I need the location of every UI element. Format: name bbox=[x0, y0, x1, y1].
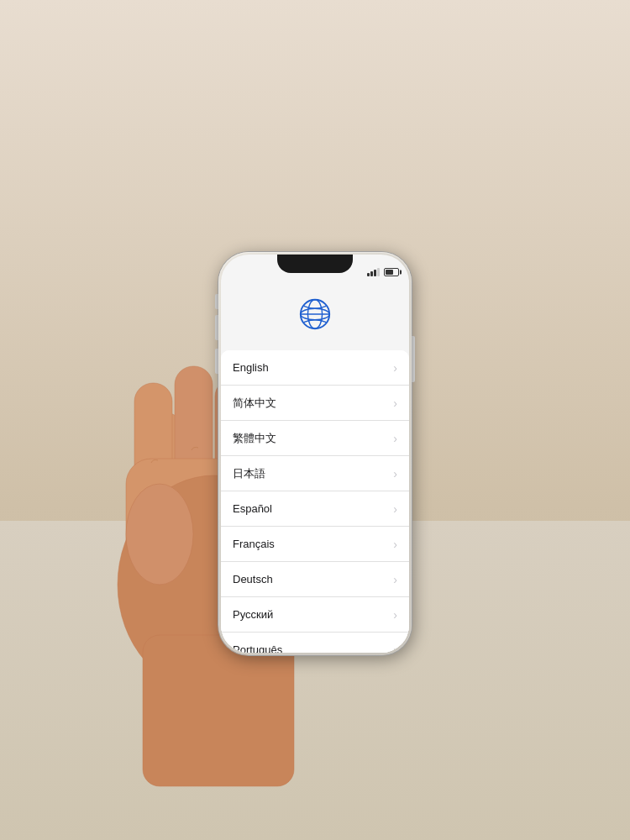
globe-icon-container bbox=[297, 297, 333, 335]
chevron-icon-japanese: › bbox=[393, 467, 397, 480]
chevron-icon-english: › bbox=[393, 361, 397, 375]
language-name-french: Français bbox=[233, 538, 275, 550]
phone-screen: English›简体中文›繁體中文›日本語›Español›Français›D… bbox=[221, 255, 409, 653]
language-name-spanish: Español bbox=[233, 502, 272, 515]
chevron-icon-simplified-chinese: › bbox=[393, 396, 397, 410]
language-name-russian: Русский bbox=[233, 608, 273, 621]
status-icons bbox=[367, 268, 399, 276]
signal-bar-3 bbox=[374, 270, 376, 276]
notch bbox=[277, 255, 353, 273]
language-name-japanese: 日本語 bbox=[233, 466, 265, 481]
language-item-russian[interactable]: Русский› bbox=[221, 597, 409, 633]
chevron-icon-traditional-chinese: › bbox=[393, 432, 397, 445]
globe-icon bbox=[297, 297, 333, 332]
screen-content: English›简体中文›繁體中文›日本語›Español›Français›D… bbox=[221, 280, 409, 653]
language-item-traditional-chinese[interactable]: 繁體中文› bbox=[221, 421, 409, 456]
volume-down-button bbox=[215, 349, 218, 374]
chevron-icon-spanish: › bbox=[393, 502, 397, 516]
mute-switch bbox=[215, 294, 218, 309]
signal-bar-1 bbox=[367, 273, 370, 276]
signal-strength bbox=[367, 268, 380, 276]
language-item-german[interactable]: Deutsch› bbox=[221, 562, 409, 597]
language-item-spanish[interactable]: Español› bbox=[221, 491, 409, 527]
power-button bbox=[412, 336, 415, 382]
language-item-english[interactable]: English› bbox=[221, 350, 409, 386]
language-item-simplified-chinese[interactable]: 简体中文› bbox=[221, 386, 409, 421]
language-name-traditional-chinese: 繁體中文 bbox=[233, 431, 276, 446]
language-item-french[interactable]: Français› bbox=[221, 527, 409, 562]
chevron-icon-portuguese: › bbox=[393, 643, 397, 654]
phone-frame: English›简体中文›繁體中文›日本語›Español›Français›D… bbox=[218, 252, 412, 655]
language-name-portuguese: Português bbox=[233, 643, 282, 653]
battery-fill bbox=[386, 270, 393, 275]
hand-phone-scene: English›简体中文›繁體中文›日本語›Español›Français›D… bbox=[218, 252, 412, 655]
language-name-english: English bbox=[233, 361, 269, 374]
battery-indicator bbox=[384, 268, 399, 276]
language-name-simplified-chinese: 简体中文 bbox=[233, 396, 276, 411]
chevron-icon-german: › bbox=[393, 573, 397, 586]
language-name-german: Deutsch bbox=[233, 573, 273, 585]
chevron-icon-french: › bbox=[393, 538, 397, 551]
language-list: English›简体中文›繁體中文›日本語›Español›Français›D… bbox=[221, 350, 409, 653]
signal-bar-2 bbox=[370, 271, 373, 276]
language-item-japanese[interactable]: 日本語› bbox=[221, 456, 409, 491]
language-item-portuguese[interactable]: Português› bbox=[221, 633, 409, 653]
signal-bar-4 bbox=[377, 268, 380, 276]
chevron-icon-russian: › bbox=[393, 608, 397, 622]
volume-up-button bbox=[215, 315, 218, 340]
phone-device: English›简体中文›繁體中文›日本語›Español›Français›D… bbox=[218, 252, 412, 655]
